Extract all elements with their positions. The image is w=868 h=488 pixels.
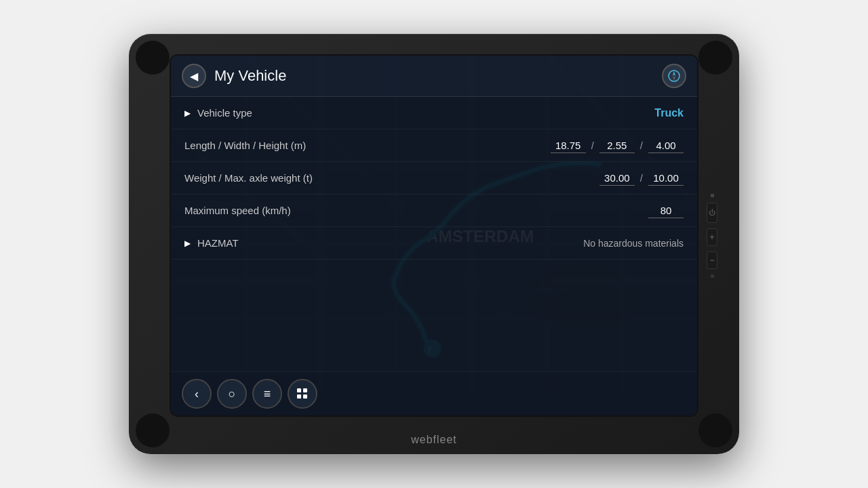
- dimensions-value: 18.75 / 2.55 / 4.00: [551, 138, 684, 153]
- svg-rect-42: [303, 394, 307, 399]
- nav-back-icon: ‹: [195, 387, 199, 401]
- led-indicator-2: [711, 274, 714, 278]
- svg-marker-38: [673, 76, 675, 81]
- nav-grid-icon: [296, 388, 309, 400]
- vehicle-type-value: Truck: [654, 107, 684, 119]
- hazmat-label: ▶ HAZMAT: [184, 237, 239, 249]
- total-weight-value[interactable]: 30.00: [599, 171, 635, 186]
- svg-marker-37: [673, 71, 675, 76]
- dimensions-label: Length / Width / Height (m): [184, 140, 306, 151]
- length-value[interactable]: 18.75: [551, 138, 586, 153]
- device: Amsterdam Centraal Oosterdo... Nassaukad…: [129, 34, 739, 454]
- bottom-navigation: ‹ ○ ≡: [171, 371, 697, 415]
- sep3: /: [640, 172, 643, 184]
- sep2: /: [640, 140, 643, 151]
- settings-panel: ▶ Vehicle type Truck Length / Width / He…: [171, 97, 697, 371]
- nav-home-icon: ○: [229, 387, 236, 401]
- volume-up-button[interactable]: +: [707, 228, 717, 246]
- svg-rect-41: [297, 394, 301, 399]
- ui-overlay: ◀ My Vehicle: [171, 56, 697, 415]
- brand-label: webfleet: [411, 434, 457, 446]
- header: ◀ My Vehicle: [171, 56, 697, 97]
- compass-icon: [667, 69, 681, 83]
- screen: Amsterdam Centraal Oosterdo... Nassaukad…: [170, 54, 698, 417]
- speed-label: Maximum speed (km/h): [184, 205, 291, 216]
- max-speed-value[interactable]: 80: [648, 203, 684, 218]
- speed-value: 80: [648, 203, 684, 218]
- sep1: /: [591, 140, 594, 151]
- width-value[interactable]: 2.55: [599, 138, 635, 153]
- nav-menu-icon: ≡: [264, 387, 271, 401]
- nav-home-button[interactable]: ○: [217, 379, 247, 409]
- corner-bl: [136, 413, 170, 447]
- corner-tr: [698, 41, 732, 75]
- weight-label: Weight / Max. axle weight (t): [184, 172, 313, 184]
- page-title: My Vehicle: [214, 67, 286, 85]
- led-indicator: [711, 194, 714, 197]
- hazmat-value: No hazardous materials: [583, 238, 684, 249]
- weight-value: 30.00 / 10.00: [599, 171, 684, 186]
- header-left: ◀ My Vehicle: [182, 64, 286, 88]
- power-icon: ⏻: [709, 209, 715, 216]
- corner-tl: [136, 41, 170, 75]
- vehicle-type-label: ▶ Vehicle type: [184, 107, 252, 119]
- nav-back-button[interactable]: ‹: [182, 379, 212, 409]
- physical-buttons: ⏻ + −: [707, 194, 717, 278]
- hazmat-row[interactable]: ▶ HAZMAT No hazardous materials: [171, 227, 697, 260]
- power-button[interactable]: ⏻: [707, 203, 717, 223]
- nav-grid-button[interactable]: [288, 379, 317, 409]
- axle-weight-value[interactable]: 10.00: [648, 171, 684, 186]
- plus-icon: +: [709, 232, 714, 242]
- back-icon: ◀: [190, 70, 198, 83]
- height-value[interactable]: 4.00: [648, 138, 684, 153]
- volume-down-button[interactable]: −: [707, 251, 717, 269]
- settings-content: ▶ Vehicle type Truck Length / Width / He…: [171, 97, 697, 371]
- back-button[interactable]: ◀: [182, 64, 206, 88]
- dimensions-row: Length / Width / Height (m) 18.75 / 2.55…: [171, 129, 697, 162]
- vehicle-type-row[interactable]: ▶ Vehicle type Truck: [171, 97, 697, 129]
- weight-row: Weight / Max. axle weight (t) 30.00 / 10…: [171, 162, 697, 195]
- svg-rect-40: [303, 388, 307, 392]
- row-arrow-icon: ▶: [184, 108, 191, 118]
- nav-menu-button[interactable]: ≡: [252, 379, 282, 409]
- corner-br: [698, 413, 732, 447]
- device-body: Amsterdam Centraal Oosterdo... Nassaukad…: [129, 34, 739, 454]
- minus-icon: −: [709, 256, 714, 265]
- compass-button[interactable]: [662, 64, 686, 88]
- speed-row: Maximum speed (km/h) 80: [171, 195, 697, 227]
- hazmat-arrow-icon: ▶: [184, 239, 191, 248]
- svg-rect-39: [297, 388, 301, 392]
